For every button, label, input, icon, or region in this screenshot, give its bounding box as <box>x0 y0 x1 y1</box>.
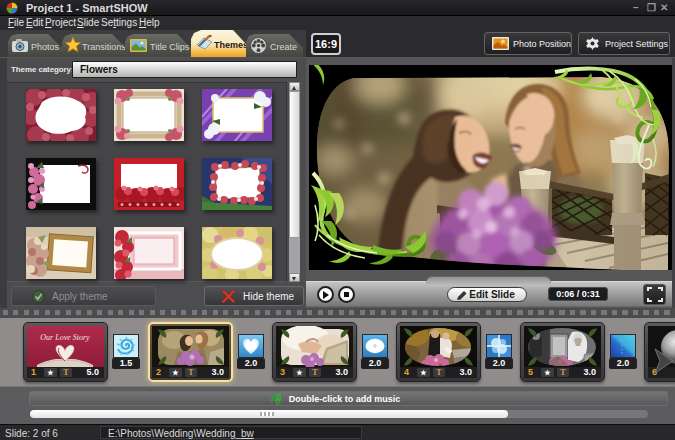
svg-text:Our Love Story: Our Love Story <box>40 333 90 342</box>
